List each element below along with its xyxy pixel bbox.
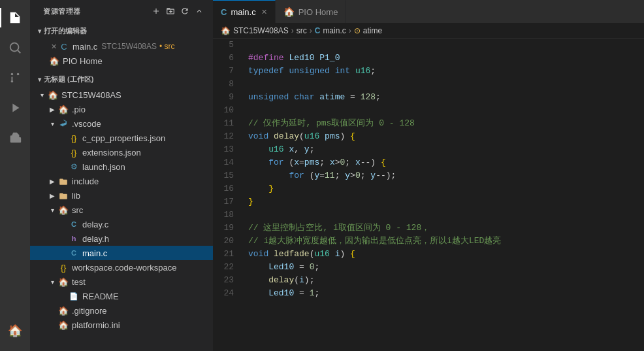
open-editors-chevron: ▾ [38, 27, 41, 35]
delay-c-file[interactable]: ▶ C delay.c [30, 217, 213, 231]
include-folder[interactable]: ▶ include [30, 174, 213, 188]
vscode-folder[interactable]: ▾ .vscode [30, 116, 213, 131]
breadcrumb-src[interactable]: src [297, 26, 307, 35]
launch-label: launch.json [82, 162, 125, 172]
lib-folder[interactable]: ▶ lib [30, 188, 213, 203]
token: ( [299, 130, 304, 143]
token: Led10 [289, 52, 314, 65]
breadcrumb-file-icon: C [315, 26, 321, 35]
ln-11: 11 [213, 117, 240, 130]
open-editors-section[interactable]: ▾ 打开的编辑器 [30, 22, 213, 39]
token [289, 91, 294, 104]
token: u16 [355, 65, 370, 78]
include-folder-label: include [72, 176, 99, 186]
readme-file[interactable]: ▶ 📄 README [30, 289, 213, 303]
token: ( [294, 274, 299, 287]
open-editor-main-c[interactable]: ✕ C main.c STC15W408AS • src [30, 39, 213, 54]
new-folder-icon[interactable] [165, 5, 176, 17]
ln-5: 5 [213, 39, 240, 52]
sidebar-content: ▾ 打开的编辑器 ✕ C main.c STC15W408AS • src 🏠 … [30, 22, 213, 351]
delay-h-icon: h [68, 235, 80, 242]
run-icon[interactable] [0, 93, 30, 123]
token: y [370, 169, 376, 182]
explorer-icon[interactable] [0, 3, 30, 33]
open-editor-pio-label: PIO Home [63, 56, 103, 66]
gitignore-file[interactable]: ▶ 🏠 .gitignore [30, 303, 213, 318]
extensions-icon: {} [68, 148, 80, 158]
token: ; [310, 143, 315, 156]
token: unsigned [248, 91, 289, 104]
token: ) [340, 130, 350, 143]
root-folder[interactable]: ▾ 🏠 STC15W408AS [30, 88, 213, 102]
test-folder[interactable]: ▾ 🏠 test [30, 275, 213, 289]
refresh-icon[interactable] [179, 5, 191, 17]
readme-icon: 📄 [68, 292, 80, 301]
pio-folder[interactable]: ▶ 🏠 .pio [30, 102, 213, 116]
tab-pio-home[interactable]: 🏠 PIO Home [276, 0, 347, 23]
src-folder-label: src [72, 205, 83, 215]
token: } [268, 182, 274, 195]
token [314, 91, 319, 104]
launch-file[interactable]: ▶ ⚙ launch.json [30, 159, 213, 174]
token: { [350, 130, 355, 143]
workspace-file-label: workspace.code-workspace [72, 263, 176, 273]
search-icon[interactable] [0, 33, 30, 63]
token [248, 169, 289, 182]
tab-main-c-close[interactable]: ✕ [261, 8, 267, 16]
new-file-icon[interactable] [150, 5, 162, 17]
code-line-12: void delay(u16 pms) { [248, 130, 644, 143]
close-main-c-icon[interactable]: ✕ [51, 42, 57, 51]
c-cpp-properties-file[interactable]: ▶ {} c_cpp_properties.json [30, 131, 213, 145]
line-numbers: 5 6 7 8 9 10 11 12 13 14 15 16 17 18 19 … [213, 39, 246, 351]
token: int [335, 65, 350, 78]
token: u16 [268, 143, 283, 156]
include-chevron: ▶ [47, 178, 57, 185]
token: > [335, 156, 340, 169]
tab-main-c-label: main.c [231, 7, 255, 17]
code-editor: 5 6 7 8 9 10 11 12 13 14 15 16 17 18 19 … [213, 39, 644, 351]
token: = [319, 169, 325, 182]
workspace-file[interactable]: ▶ {} workspace.code-workspace [30, 260, 213, 275]
src-folder[interactable]: ▾ 🏠 src [30, 203, 213, 217]
collapse-all-icon[interactable] [193, 5, 205, 17]
sidebar-title: 资源管理器 [43, 7, 81, 16]
tab-main-c-icon: C [221, 7, 227, 17]
breadcrumb-root-icon: 🏠 [221, 26, 231, 35]
token [284, 52, 289, 65]
test-folder-icon: 🏠 [57, 277, 69, 287]
platformio-ini-file[interactable]: ▶ 🏠 platformio.ini [30, 318, 213, 332]
token: // 仅作为延时, pms取值区间为 0 - 128 [248, 117, 415, 130]
editor-area: C main.c ✕ 🏠 PIO Home 🏠 STC15W408AS › sr… [213, 0, 644, 351]
tab-pio-label: PIO Home [298, 7, 338, 17]
pio-folder-icon: 🏠 [57, 105, 69, 114]
tab-main-c[interactable]: C main.c ✕ [213, 0, 276, 23]
src-folder-icon: 🏠 [57, 205, 69, 215]
breadcrumb-root[interactable]: STC15W408AS [233, 26, 289, 35]
delay-h-file[interactable]: ▶ h delay.h [30, 231, 213, 246]
source-control-icon[interactable] [0, 63, 30, 93]
workspace-section[interactable]: ▾ 无标题 (工作区) [30, 71, 213, 88]
open-editor-pio-home[interactable]: 🏠 PIO Home [30, 54, 213, 68]
token: P1_0 [319, 52, 340, 65]
ln-7: 7 [213, 65, 240, 78]
token: ; [370, 65, 376, 78]
sidebar: 资源管理器 ▾ 打开的编辑器 [30, 0, 213, 351]
extensions-icon[interactable] [0, 123, 30, 153]
token: u16 [304, 130, 319, 143]
open-editor-main-c-label: main.c [72, 42, 97, 52]
gitignore-label: .gitignore [72, 306, 106, 316]
breadcrumb-file[interactable]: main.c [323, 26, 346, 35]
vscode-folder-label: .vscode [72, 119, 101, 129]
token [350, 65, 355, 78]
token: ) [340, 248, 350, 261]
breadcrumb-symbol[interactable]: atime [363, 26, 382, 35]
token: ( [310, 248, 315, 261]
token: = [294, 261, 309, 274]
extensions-file[interactable]: ▶ {} extensions.json [30, 145, 213, 159]
pio-bottom-icon[interactable]: 🏠 [0, 316, 30, 346]
ln-14: 14 [213, 156, 240, 169]
code-line-13: u16 x, y; [248, 143, 644, 156]
main-c-file[interactable]: ▶ C main.c [30, 246, 213, 260]
token: pms [325, 130, 340, 143]
code-content[interactable]: #define Led10 P1_0 typedef unsigned int … [246, 39, 644, 351]
